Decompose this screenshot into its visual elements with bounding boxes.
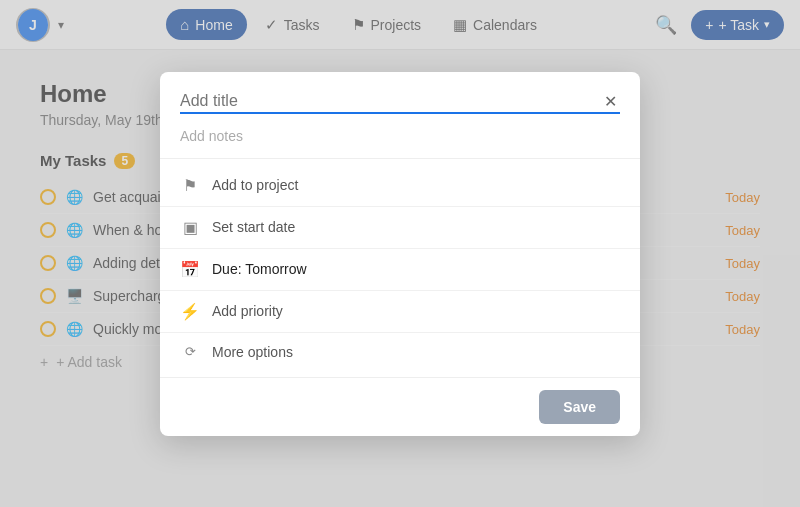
more-options-icon: ⟳ — [180, 344, 200, 359]
close-icon: ✕ — [604, 92, 617, 111]
due-date-icon: 📅 — [180, 260, 200, 279]
project-icon: ⚑ — [180, 176, 200, 195]
modal-options: ⚑ Add to project ▣ Set start date 📅 Due:… — [160, 159, 640, 377]
modal-header: ✕ — [160, 72, 640, 114]
option-more-options-label: More options — [212, 344, 293, 360]
modal-title-underline — [180, 112, 620, 114]
start-date-icon: ▣ — [180, 218, 200, 237]
modal-title-input[interactable] — [180, 92, 620, 110]
modal-notes[interactable]: Add notes — [160, 124, 640, 159]
modal-footer: Save — [160, 377, 640, 436]
option-more-options[interactable]: ⟳ More options — [160, 333, 640, 371]
modal-dialog: ✕ Add notes ⚑ Add to project ▣ Set start… — [160, 72, 640, 436]
option-add-priority[interactable]: ⚡ Add priority — [160, 291, 640, 333]
option-set-start-date-label: Set start date — [212, 219, 295, 235]
option-due-tomorrow-label: Due: Tomorrow — [212, 261, 307, 277]
modal-overlay: ✕ Add notes ⚑ Add to project ▣ Set start… — [0, 0, 800, 507]
option-set-start-date[interactable]: ▣ Set start date — [160, 207, 640, 249]
option-due-tomorrow[interactable]: 📅 Due: Tomorrow — [160, 249, 640, 291]
option-add-priority-label: Add priority — [212, 303, 283, 319]
modal-close-button[interactable]: ✕ — [596, 88, 624, 116]
save-button[interactable]: Save — [539, 390, 620, 424]
priority-icon: ⚡ — [180, 302, 200, 321]
option-add-to-project[interactable]: ⚑ Add to project — [160, 165, 640, 207]
option-add-to-project-label: Add to project — [212, 177, 298, 193]
